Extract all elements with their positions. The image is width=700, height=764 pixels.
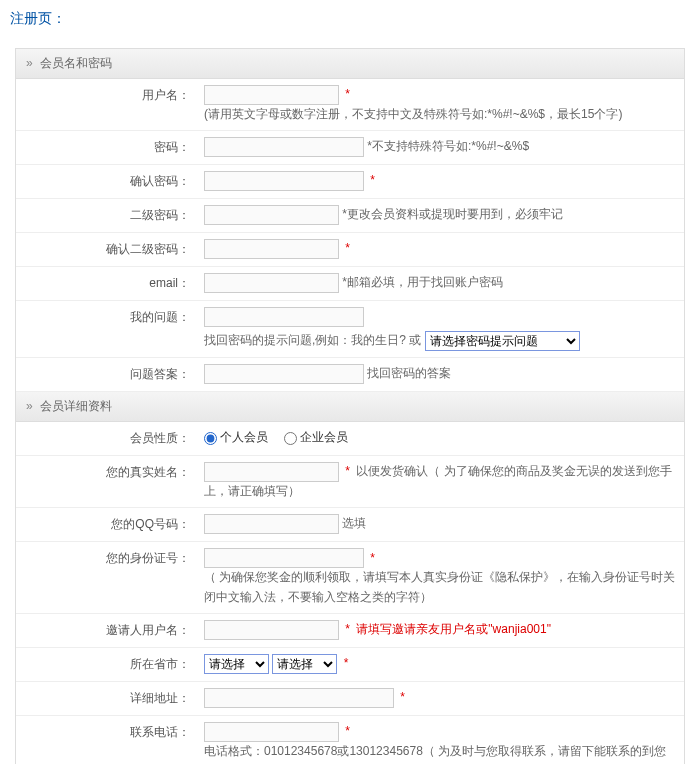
label-address: 详细地址：	[16, 682, 196, 715]
password-input[interactable]	[204, 137, 364, 157]
required-mark: *	[344, 656, 349, 670]
required-mark: *	[345, 87, 350, 101]
question-input[interactable]	[204, 307, 364, 327]
city-select[interactable]: 请选择	[272, 654, 337, 674]
radio-personal[interactable]: 个人会员	[204, 430, 268, 444]
id-card-input[interactable]	[204, 548, 364, 568]
hint-phone: 电话格式：01012345678或13012345678（ 为及时与您取得联系，…	[204, 742, 676, 764]
label-confirm-password: 确认密码：	[16, 165, 196, 198]
section-account-title: 会员名和密码	[40, 56, 112, 70]
hint-inviter: 请填写邀请亲友用户名或	[356, 622, 488, 636]
hint-username: (请用英文字母或数字注册，不支持中文及特殊符号如:*%#!~&%$，最长15个字…	[204, 105, 676, 124]
page-title: 注册页：	[10, 10, 690, 28]
hint-email: *邮箱必填，用于找回账户密码	[342, 275, 503, 289]
chevron-right-icon: »	[26, 399, 33, 413]
hint-id-card: （ 为确保您奖金的顺利领取，请填写本人真实身份证《隐私保护》，在输入身份证号时关…	[204, 568, 676, 606]
chevron-right-icon: »	[26, 56, 33, 70]
username-input[interactable]	[204, 85, 339, 105]
address-input[interactable]	[204, 688, 394, 708]
label-confirm-second-password: 确认二级密码：	[16, 233, 196, 266]
hint-password: *不支持特殊符号如:*%#!~&%$	[367, 139, 529, 153]
label-province: 所在省市：	[16, 648, 196, 681]
qq-input[interactable]	[204, 514, 339, 534]
label-qq: 您的QQ号码：	[16, 508, 196, 541]
label-inviter: 邀请人用户名：	[16, 614, 196, 647]
label-second-password: 二级密码：	[16, 199, 196, 232]
confirm-password-input[interactable]	[204, 171, 364, 191]
label-password: 密码：	[16, 131, 196, 164]
question-select[interactable]: 请选择密码提示问题	[425, 331, 580, 351]
radio-enterprise[interactable]: 企业会员	[284, 430, 348, 444]
answer-input[interactable]	[204, 364, 364, 384]
email-input[interactable]	[204, 273, 339, 293]
real-name-input[interactable]	[204, 462, 339, 482]
required-mark: *	[400, 690, 405, 704]
hint-second-password: *更改会员资料或提现时要用到，必须牢记	[342, 207, 563, 221]
section-detail-title: 会员详细资料	[40, 399, 112, 413]
label-phone: 联系电话：	[16, 716, 196, 764]
province-select[interactable]: 请选择	[204, 654, 269, 674]
label-member-type: 会员性质：	[16, 422, 196, 455]
second-password-input[interactable]	[204, 205, 339, 225]
label-email: email：	[16, 267, 196, 300]
section-account-header: » 会员名和密码	[16, 49, 684, 79]
hint-my-question: 找回密码的提示问题,例如：我的生日? 或	[204, 333, 421, 347]
required-mark: *	[345, 724, 350, 738]
label-real-name: 您的真实姓名：	[16, 456, 196, 507]
label-username: 用户名：	[16, 79, 196, 130]
section-detail-header: » 会员详细资料	[16, 392, 684, 422]
phone-input[interactable]	[204, 722, 339, 742]
required-mark: *	[370, 551, 375, 565]
confirm-second-password-input[interactable]	[204, 239, 339, 259]
registration-form: » 会员名和密码 用户名： * (请用英文字母或数字注册，不支持中文及特殊符号如…	[15, 48, 685, 764]
label-question-answer: 问题答案：	[16, 358, 196, 391]
label-id-card: 您的身份证号：	[16, 542, 196, 612]
hint-answer: 找回密码的答案	[367, 366, 451, 380]
required-mark: *	[370, 173, 375, 187]
required-mark: *	[345, 464, 350, 478]
required-mark: *	[345, 622, 350, 636]
hint-inviter-example: "wanjia001"	[488, 622, 551, 636]
required-mark: *	[345, 241, 350, 255]
inviter-input[interactable]	[204, 620, 339, 640]
label-my-question: 我的问题：	[16, 301, 196, 357]
hint-qq: 选填	[342, 517, 366, 531]
